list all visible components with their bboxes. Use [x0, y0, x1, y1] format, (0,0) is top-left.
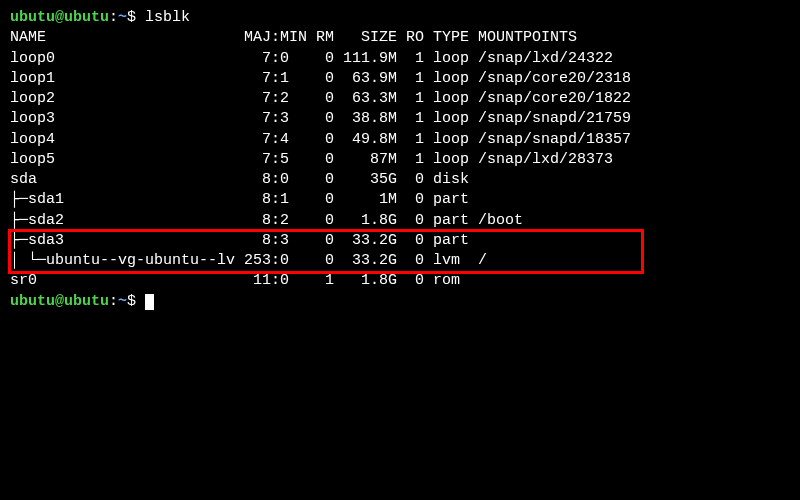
cwd-path: ~	[118, 9, 127, 26]
table-row: │ └─ubuntu--vg-ubuntu--lv 253:0 0 33.2G …	[10, 251, 790, 271]
cwd-path: ~	[118, 293, 127, 310]
lsblk-header: NAME MAJ:MIN RM SIZE RO TYPE MOUNTPOINTS	[10, 28, 790, 48]
table-row: loop1 7:1 0 63.9M 1 loop /snap/core20/23…	[10, 69, 790, 89]
table-row: loop2 7:2 0 63.3M 1 loop /snap/core20/18…	[10, 89, 790, 109]
table-row: loop3 7:3 0 38.8M 1 loop /snap/snapd/217…	[10, 109, 790, 129]
dollar-sign: $	[127, 9, 145, 26]
dollar-sign: $	[127, 293, 145, 310]
table-row: ├─sda2 8:2 0 1.8G 0 part /boot	[10, 211, 790, 231]
table-row: sda 8:0 0 35G 0 disk	[10, 170, 790, 190]
table-row: ├─sda1 8:1 0 1M 0 part	[10, 190, 790, 210]
prompt-line-1[interactable]: ubutu@ubutu:~$ lsblk	[10, 8, 790, 28]
colon: :	[109, 293, 118, 310]
typed-command: lsblk	[145, 9, 190, 26]
table-row: loop0 7:0 0 111.9M 1 loop /snap/lxd/2432…	[10, 49, 790, 69]
table-row: loop4 7:4 0 49.8M 1 loop /snap/snapd/183…	[10, 130, 790, 150]
table-row: ├─sda3 8:3 0 33.2G 0 part	[10, 231, 790, 251]
prompt-line-2[interactable]: ubutu@ubutu:~$	[10, 292, 790, 312]
colon: :	[109, 9, 118, 26]
cursor-icon	[145, 294, 154, 310]
user-host: ubutu@ubutu	[10, 293, 109, 310]
table-row: loop5 7:5 0 87M 1 loop /snap/lxd/28373	[10, 150, 790, 170]
user-host: ubutu@ubutu	[10, 9, 109, 26]
table-row: sr0 11:0 1 1.8G 0 rom	[10, 271, 790, 291]
